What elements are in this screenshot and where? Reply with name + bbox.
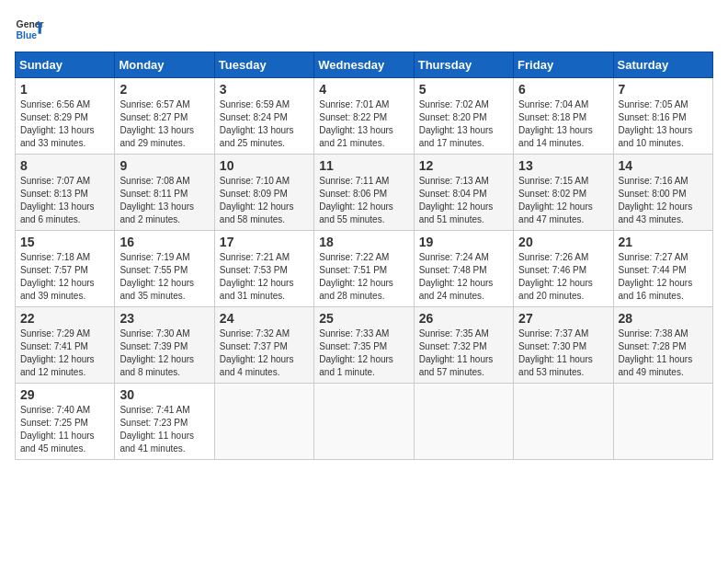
calendar-day-cell: 3Sunrise: 6:59 AM Sunset: 8:24 PM Daylig… [214, 78, 313, 155]
day-info: Sunrise: 7:13 AM Sunset: 8:04 PM Dayligh… [419, 175, 508, 226]
day-info: Sunrise: 7:33 AM Sunset: 7:35 PM Dayligh… [319, 327, 408, 379]
calendar-week-row: 1Sunrise: 6:56 AM Sunset: 8:29 PM Daylig… [16, 78, 713, 155]
calendar-day-cell [314, 384, 414, 460]
day-info: Sunrise: 7:29 AM Sunset: 7:41 PM Dayligh… [20, 327, 109, 379]
day-number: 12 [419, 158, 508, 173]
day-info: Sunrise: 7:30 AM Sunset: 7:39 PM Dayligh… [119, 327, 209, 379]
logo: General Blue [15, 15, 44, 44]
calendar-day-cell: 19Sunrise: 7:24 AM Sunset: 7:48 PM Dayli… [414, 231, 513, 307]
day-number: 30 [119, 387, 209, 402]
day-info: Sunrise: 7:38 AM Sunset: 7:28 PM Dayligh… [619, 327, 708, 379]
day-info: Sunrise: 7:18 AM Sunset: 7:57 PM Dayligh… [20, 251, 109, 303]
day-number: 3 [220, 82, 309, 97]
calendar-day-cell: 14Sunrise: 7:16 AM Sunset: 8:00 PM Dayli… [613, 155, 712, 231]
day-info: Sunrise: 7:41 AM Sunset: 7:23 PM Dayligh… [119, 404, 209, 455]
day-info: Sunrise: 6:59 AM Sunset: 8:24 PM Dayligh… [220, 98, 309, 150]
day-number: 21 [619, 235, 708, 249]
day-number: 9 [119, 158, 209, 173]
day-number: 28 [619, 311, 708, 326]
calendar-day-cell [414, 384, 513, 460]
calendar-day-cell: 11Sunrise: 7:11 AM Sunset: 8:06 PM Dayli… [314, 155, 414, 231]
calendar-day-cell: 5Sunrise: 7:02 AM Sunset: 8:20 PM Daylig… [414, 78, 513, 155]
day-number: 2 [119, 82, 209, 97]
calendar-day-cell: 7Sunrise: 7:05 AM Sunset: 8:16 PM Daylig… [613, 78, 712, 155]
day-info: Sunrise: 7:11 AM Sunset: 8:06 PM Dayligh… [319, 175, 408, 226]
day-number: 8 [20, 158, 109, 173]
day-number: 6 [518, 82, 608, 97]
day-of-week-header: Tuesday [214, 52, 313, 78]
day-number: 19 [419, 235, 508, 249]
day-number: 27 [518, 311, 608, 326]
calendar-day-cell: 18Sunrise: 7:22 AM Sunset: 7:51 PM Dayli… [314, 231, 414, 307]
calendar-week-row: 22Sunrise: 7:29 AM Sunset: 7:41 PM Dayli… [16, 307, 713, 384]
day-of-week-header: Friday [514, 52, 613, 78]
day-info: Sunrise: 7:24 AM Sunset: 7:48 PM Dayligh… [419, 251, 508, 303]
day-info: Sunrise: 7:32 AM Sunset: 7:37 PM Dayligh… [220, 327, 309, 379]
day-number: 15 [20, 235, 109, 249]
calendar-day-cell [214, 384, 313, 460]
calendar-day-cell: 29Sunrise: 7:40 AM Sunset: 7:25 PM Dayli… [16, 384, 115, 460]
calendar-header-row: SundayMondayTuesdayWednesdayThursdayFrid… [16, 52, 713, 78]
calendar-day-cell [613, 384, 712, 460]
day-number: 16 [119, 235, 209, 249]
calendar-day-cell: 12Sunrise: 7:13 AM Sunset: 8:04 PM Dayli… [414, 155, 513, 231]
day-number: 14 [619, 158, 708, 173]
day-number: 17 [220, 235, 309, 249]
calendar-day-cell: 26Sunrise: 7:35 AM Sunset: 7:32 PM Dayli… [414, 307, 513, 384]
calendar-day-cell: 17Sunrise: 7:21 AM Sunset: 7:53 PM Dayli… [214, 231, 313, 307]
day-number: 18 [319, 235, 408, 249]
day-info: Sunrise: 7:01 AM Sunset: 8:22 PM Dayligh… [319, 98, 408, 150]
day-info: Sunrise: 7:16 AM Sunset: 8:00 PM Dayligh… [619, 175, 708, 226]
calendar-day-cell: 8Sunrise: 7:07 AM Sunset: 8:13 PM Daylig… [16, 155, 115, 231]
day-info: Sunrise: 6:57 AM Sunset: 8:27 PM Dayligh… [119, 98, 209, 150]
calendar-day-cell: 30Sunrise: 7:41 AM Sunset: 7:23 PM Dayli… [115, 384, 214, 460]
day-info: Sunrise: 7:40 AM Sunset: 7:25 PM Dayligh… [20, 404, 109, 455]
calendar-day-cell: 22Sunrise: 7:29 AM Sunset: 7:41 PM Dayli… [16, 307, 115, 384]
day-number: 22 [20, 311, 109, 326]
day-number: 24 [220, 311, 309, 326]
day-info: Sunrise: 7:27 AM Sunset: 7:44 PM Dayligh… [619, 251, 708, 303]
calendar-day-cell: 23Sunrise: 7:30 AM Sunset: 7:39 PM Dayli… [115, 307, 214, 384]
calendar-day-cell: 25Sunrise: 7:33 AM Sunset: 7:35 PM Dayli… [314, 307, 414, 384]
day-info: Sunrise: 7:21 AM Sunset: 7:53 PM Dayligh… [220, 251, 309, 303]
day-number: 10 [220, 158, 309, 173]
day-number: 7 [619, 82, 708, 97]
day-number: 5 [419, 82, 508, 97]
calendar-week-row: 15Sunrise: 7:18 AM Sunset: 7:57 PM Dayli… [16, 231, 713, 307]
day-number: 25 [319, 311, 408, 326]
day-of-week-header: Thursday [414, 52, 513, 78]
day-number: 29 [20, 387, 109, 402]
calendar-day-cell: 1Sunrise: 6:56 AM Sunset: 8:29 PM Daylig… [16, 78, 115, 155]
day-number: 20 [518, 235, 608, 249]
day-info: Sunrise: 7:08 AM Sunset: 8:11 PM Dayligh… [119, 175, 209, 226]
day-number: 1 [20, 82, 109, 97]
day-of-week-header: Sunday [16, 52, 115, 78]
day-number: 23 [119, 311, 209, 326]
day-info: Sunrise: 6:56 AM Sunset: 8:29 PM Dayligh… [20, 98, 109, 150]
calendar-day-cell: 28Sunrise: 7:38 AM Sunset: 7:28 PM Dayli… [613, 307, 712, 384]
day-info: Sunrise: 7:19 AM Sunset: 7:55 PM Dayligh… [119, 251, 209, 303]
day-number: 26 [419, 311, 508, 326]
calendar-day-cell: 20Sunrise: 7:26 AM Sunset: 7:46 PM Dayli… [514, 231, 613, 307]
svg-text:Blue: Blue [17, 30, 38, 40]
calendar-day-cell: 24Sunrise: 7:32 AM Sunset: 7:37 PM Dayli… [214, 307, 313, 384]
calendar-day-cell: 2Sunrise: 6:57 AM Sunset: 8:27 PM Daylig… [115, 78, 214, 155]
day-info: Sunrise: 7:10 AM Sunset: 8:09 PM Dayligh… [220, 175, 309, 226]
day-info: Sunrise: 7:22 AM Sunset: 7:51 PM Dayligh… [319, 251, 408, 303]
day-number: 13 [518, 158, 608, 173]
day-info: Sunrise: 7:15 AM Sunset: 8:02 PM Dayligh… [518, 175, 608, 226]
calendar-day-cell: 27Sunrise: 7:37 AM Sunset: 7:30 PM Dayli… [514, 307, 613, 384]
day-info: Sunrise: 7:26 AM Sunset: 7:46 PM Dayligh… [518, 251, 608, 303]
calendar-day-cell: 6Sunrise: 7:04 AM Sunset: 8:18 PM Daylig… [514, 78, 613, 155]
day-info: Sunrise: 7:05 AM Sunset: 8:16 PM Dayligh… [619, 98, 708, 150]
day-info: Sunrise: 7:37 AM Sunset: 7:30 PM Dayligh… [518, 327, 608, 379]
day-number: 4 [319, 82, 408, 97]
calendar-day-cell: 13Sunrise: 7:15 AM Sunset: 8:02 PM Dayli… [514, 155, 613, 231]
day-number: 11 [319, 158, 408, 173]
calendar-day-cell: 10Sunrise: 7:10 AM Sunset: 8:09 PM Dayli… [214, 155, 313, 231]
day-of-week-header: Saturday [613, 52, 712, 78]
calendar-week-row: 8Sunrise: 7:07 AM Sunset: 8:13 PM Daylig… [16, 155, 713, 231]
day-info: Sunrise: 7:02 AM Sunset: 8:20 PM Dayligh… [419, 98, 508, 150]
day-info: Sunrise: 7:07 AM Sunset: 8:13 PM Dayligh… [20, 175, 109, 226]
day-info: Sunrise: 7:35 AM Sunset: 7:32 PM Dayligh… [419, 327, 508, 379]
